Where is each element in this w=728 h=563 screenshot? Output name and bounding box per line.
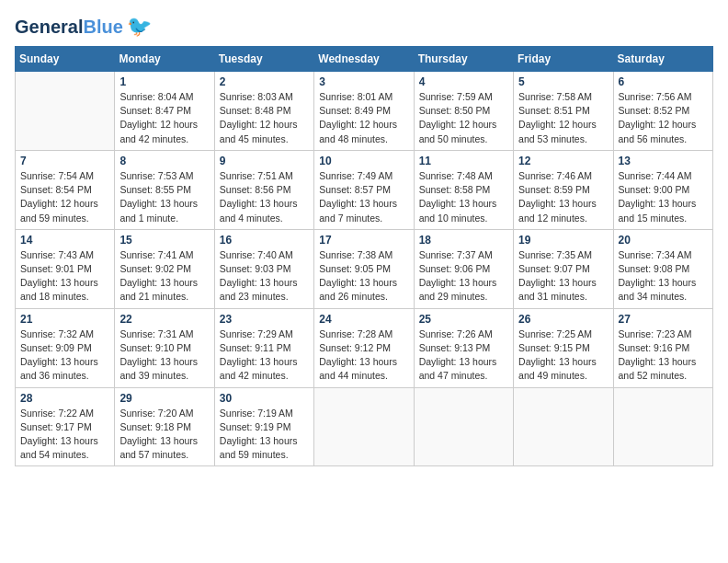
calendar-cell: 7Sunrise: 7:54 AM Sunset: 8:54 PM Daylig… <box>16 150 115 229</box>
week-row-5: 28Sunrise: 7:22 AM Sunset: 9:17 PM Dayli… <box>16 387 713 466</box>
day-number: 10 <box>319 155 408 167</box>
calendar-cell: 3Sunrise: 8:01 AM Sunset: 8:49 PM Daylig… <box>314 72 414 151</box>
calendar-cell: 25Sunrise: 7:26 AM Sunset: 9:13 PM Dayli… <box>414 308 513 387</box>
calendar-cell: 13Sunrise: 7:44 AM Sunset: 9:00 PM Dayli… <box>613 150 712 229</box>
day-number: 4 <box>419 75 508 88</box>
day-number: 18 <box>419 234 508 247</box>
day-info: Sunrise: 7:38 AM Sunset: 9:05 PM Dayligh… <box>319 248 408 304</box>
day-number: 1 <box>119 75 209 88</box>
day-info: Sunrise: 7:35 AM Sunset: 9:07 PM Dayligh… <box>518 248 608 304</box>
day-number: 2 <box>220 75 309 88</box>
calendar-cell: 22Sunrise: 7:31 AM Sunset: 9:10 PM Dayli… <box>115 308 214 387</box>
weekday-header-thursday: Thursday <box>414 47 513 72</box>
day-number: 9 <box>220 155 309 167</box>
day-number: 3 <box>319 75 408 88</box>
day-number: 23 <box>220 313 309 326</box>
weekday-header-tuesday: Tuesday <box>214 47 313 72</box>
day-info: Sunrise: 7:59 AM Sunset: 8:50 PM Dayligh… <box>419 90 508 146</box>
day-number: 21 <box>20 313 109 326</box>
logo-text-blue: Blue <box>83 17 122 37</box>
weekday-header-wednesday: Wednesday <box>314 47 414 72</box>
weekday-header-monday: Monday <box>115 47 214 72</box>
day-info: Sunrise: 8:03 AM Sunset: 8:48 PM Dayligh… <box>220 90 309 146</box>
calendar-cell: 20Sunrise: 7:34 AM Sunset: 9:08 PM Dayli… <box>613 229 712 308</box>
logo-bird-icon: 🐦 <box>127 15 152 39</box>
calendar-cell: 12Sunrise: 7:46 AM Sunset: 8:59 PM Dayli… <box>514 150 613 229</box>
calendar-cell: 9Sunrise: 7:51 AM Sunset: 8:56 PM Daylig… <box>214 150 313 229</box>
day-info: Sunrise: 7:34 AM Sunset: 9:08 PM Dayligh… <box>619 248 708 304</box>
page-header: GeneralBlue 🐦 <box>15 15 713 39</box>
logo-text-general: GeneralBlue <box>15 17 123 37</box>
day-info: Sunrise: 7:46 AM Sunset: 8:59 PM Dayligh… <box>518 169 608 225</box>
calendar-cell: 28Sunrise: 7:22 AM Sunset: 9:17 PM Dayli… <box>16 387 115 466</box>
day-info: Sunrise: 7:23 AM Sunset: 9:16 PM Dayligh… <box>619 327 708 384</box>
day-number: 25 <box>419 313 508 326</box>
calendar-cell: 23Sunrise: 7:29 AM Sunset: 9:11 PM Dayli… <box>214 308 313 387</box>
day-number: 8 <box>119 155 209 167</box>
calendar-cell: 19Sunrise: 7:35 AM Sunset: 9:07 PM Dayli… <box>514 229 613 308</box>
day-number: 14 <box>20 234 109 247</box>
day-number: 27 <box>619 313 708 326</box>
weekday-header-friday: Friday <box>514 47 613 72</box>
calendar-cell: 8Sunrise: 7:53 AM Sunset: 8:55 PM Daylig… <box>115 150 214 229</box>
calendar-cell: 5Sunrise: 7:58 AM Sunset: 8:51 PM Daylig… <box>514 72 613 151</box>
calendar-cell: 10Sunrise: 7:49 AM Sunset: 8:57 PM Dayli… <box>314 150 414 229</box>
day-info: Sunrise: 7:31 AM Sunset: 9:10 PM Dayligh… <box>119 327 209 384</box>
calendar-cell <box>16 72 115 151</box>
calendar-cell: 30Sunrise: 7:19 AM Sunset: 9:19 PM Dayli… <box>214 387 313 466</box>
calendar-table: SundayMondayTuesdayWednesdayThursdayFrid… <box>15 46 713 466</box>
day-number: 12 <box>518 155 608 167</box>
calendar-cell: 17Sunrise: 7:38 AM Sunset: 9:05 PM Dayli… <box>314 229 414 308</box>
calendar-cell: 16Sunrise: 7:40 AM Sunset: 9:03 PM Dayli… <box>214 229 313 308</box>
day-info: Sunrise: 7:29 AM Sunset: 9:11 PM Dayligh… <box>220 327 309 384</box>
day-info: Sunrise: 8:01 AM Sunset: 8:49 PM Dayligh… <box>319 90 408 146</box>
day-info: Sunrise: 7:44 AM Sunset: 9:00 PM Dayligh… <box>619 169 708 225</box>
day-number: 17 <box>319 234 408 247</box>
calendar-cell <box>414 387 513 466</box>
day-info: Sunrise: 7:48 AM Sunset: 8:58 PM Dayligh… <box>419 169 508 225</box>
week-row-2: 7Sunrise: 7:54 AM Sunset: 8:54 PM Daylig… <box>16 150 713 229</box>
calendar-cell <box>314 387 414 466</box>
calendar-cell <box>514 387 613 466</box>
day-number: 6 <box>619 75 708 88</box>
day-info: Sunrise: 7:41 AM Sunset: 9:02 PM Dayligh… <box>119 248 209 304</box>
day-number: 15 <box>119 234 209 247</box>
day-number: 13 <box>619 155 708 167</box>
calendar-cell: 15Sunrise: 7:41 AM Sunset: 9:02 PM Dayli… <box>115 229 214 308</box>
day-info: Sunrise: 7:53 AM Sunset: 8:55 PM Dayligh… <box>119 169 209 225</box>
day-info: Sunrise: 7:58 AM Sunset: 8:51 PM Dayligh… <box>518 90 608 146</box>
day-number: 7 <box>20 155 109 167</box>
calendar-cell: 6Sunrise: 7:56 AM Sunset: 8:52 PM Daylig… <box>613 72 712 151</box>
day-info: Sunrise: 7:37 AM Sunset: 9:06 PM Dayligh… <box>419 248 508 304</box>
calendar-cell: 21Sunrise: 7:32 AM Sunset: 9:09 PM Dayli… <box>16 308 115 387</box>
day-number: 22 <box>119 313 209 326</box>
day-number: 11 <box>419 155 508 167</box>
day-info: Sunrise: 7:51 AM Sunset: 8:56 PM Dayligh… <box>220 169 309 225</box>
day-info: Sunrise: 7:49 AM Sunset: 8:57 PM Dayligh… <box>319 169 408 225</box>
day-number: 5 <box>518 75 608 88</box>
week-row-4: 21Sunrise: 7:32 AM Sunset: 9:09 PM Dayli… <box>16 308 713 387</box>
day-number: 29 <box>119 392 209 405</box>
day-info: Sunrise: 7:20 AM Sunset: 9:18 PM Dayligh… <box>119 407 209 463</box>
week-row-1: 1Sunrise: 8:04 AM Sunset: 8:47 PM Daylig… <box>16 72 713 151</box>
day-info: Sunrise: 7:54 AM Sunset: 8:54 PM Dayligh… <box>20 169 109 225</box>
day-info: Sunrise: 7:25 AM Sunset: 9:15 PM Dayligh… <box>518 327 608 384</box>
day-info: Sunrise: 7:19 AM Sunset: 9:19 PM Dayligh… <box>220 407 309 463</box>
calendar-cell: 24Sunrise: 7:28 AM Sunset: 9:12 PM Dayli… <box>314 308 414 387</box>
calendar-cell <box>613 387 712 466</box>
weekday-header-saturday: Saturday <box>613 47 712 72</box>
week-row-3: 14Sunrise: 7:43 AM Sunset: 9:01 PM Dayli… <box>16 229 713 308</box>
day-info: Sunrise: 7:40 AM Sunset: 9:03 PM Dayligh… <box>220 248 309 304</box>
logo: GeneralBlue 🐦 <box>15 15 152 39</box>
day-info: Sunrise: 8:04 AM Sunset: 8:47 PM Dayligh… <box>119 90 209 146</box>
weekday-header-row: SundayMondayTuesdayWednesdayThursdayFrid… <box>16 47 713 72</box>
day-number: 30 <box>220 392 309 405</box>
calendar-cell: 2Sunrise: 8:03 AM Sunset: 8:48 PM Daylig… <box>214 72 313 151</box>
calendar-cell: 27Sunrise: 7:23 AM Sunset: 9:16 PM Dayli… <box>613 308 712 387</box>
day-number: 24 <box>319 313 408 326</box>
day-info: Sunrise: 7:43 AM Sunset: 9:01 PM Dayligh… <box>20 248 109 304</box>
day-info: Sunrise: 7:26 AM Sunset: 9:13 PM Dayligh… <box>419 327 508 384</box>
day-info: Sunrise: 7:22 AM Sunset: 9:17 PM Dayligh… <box>20 407 109 463</box>
day-info: Sunrise: 7:56 AM Sunset: 8:52 PM Dayligh… <box>619 90 708 146</box>
calendar-cell: 1Sunrise: 8:04 AM Sunset: 8:47 PM Daylig… <box>115 72 214 151</box>
